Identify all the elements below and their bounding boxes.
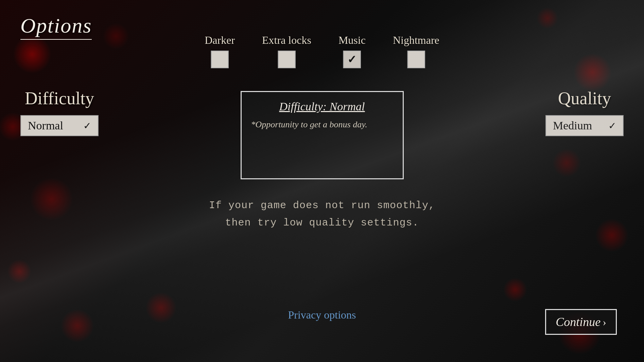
background-overlay xyxy=(0,0,644,362)
